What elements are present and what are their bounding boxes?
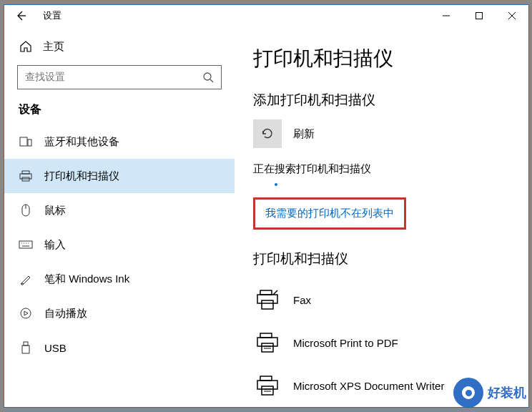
sidebar-item-mouse[interactable]: 鼠标 [4, 193, 235, 227]
svg-rect-8 [22, 171, 29, 174]
sidebar-item-pen[interactable]: 笔和 Windows Ink [4, 262, 235, 296]
printer-icon [19, 169, 33, 183]
svg-rect-31 [260, 376, 272, 381]
sidebar-item-autoplay[interactable]: 自动播放 [4, 296, 235, 330]
printer-item-pdf[interactable]: Microsoft Print to PDF [253, 321, 521, 364]
svg-rect-1 [476, 13, 483, 19]
svg-rect-22 [260, 290, 272, 295]
printer-name: Fax [293, 294, 311, 306]
titlebar: 设置 [4, 5, 528, 26]
refresh-icon [260, 127, 275, 141]
sidebar-item-printers[interactable]: 打印机和扫描仪 [4, 159, 235, 193]
search-placeholder: 查找设置 [25, 71, 65, 84]
back-button[interactable] [11, 6, 30, 25]
minimize-button[interactable] [430, 5, 463, 26]
svg-rect-7 [28, 139, 31, 146]
refresh-label: 刷新 [293, 127, 315, 141]
missing-printer-highlight: 我需要的打印机不在列表中 [253, 197, 406, 230]
printers-section-heading: 打印机和扫描仪 [253, 250, 521, 268]
svg-point-19 [21, 308, 31, 318]
svg-rect-23 [257, 295, 277, 303]
window-controls [430, 5, 528, 26]
progress-dot [275, 183, 277, 186]
sidebar: 主页 查找设置 设备 蓝牙和其他设备 打印机和扫描仪 鼠标 [4, 26, 235, 407]
sidebar-item-label: 打印机和扫描仪 [44, 170, 119, 183]
devices-icon [19, 134, 33, 149]
add-section-heading: 添加打印机和扫描仪 [253, 91, 521, 109]
search-input[interactable]: 查找设置 [17, 65, 222, 89]
window-title: 设置 [43, 9, 61, 22]
printer-name: Microsoft Print to PDF [293, 337, 398, 349]
maximize-button[interactable] [463, 5, 496, 26]
sidebar-item-label: 输入 [44, 238, 66, 252]
sidebar-item-usb[interactable]: USB [4, 330, 235, 365]
svg-rect-33 [262, 386, 273, 395]
arrow-left-icon [15, 10, 26, 21]
refresh-button[interactable] [253, 119, 282, 148]
usb-icon [19, 340, 33, 355]
home-button[interactable]: 主页 [4, 35, 235, 65]
sidebar-item-label: 鼠标 [44, 204, 66, 217]
searching-text: 正在搜索打印机和扫描仪 [253, 162, 521, 176]
sidebar-item-label: USB [44, 342, 66, 354]
search-icon [202, 72, 214, 83]
content-area: 打印机和扫描仪 添加打印机和扫描仪 刷新 正在搜索打印机和扫描仪 我需要的打印机… [235, 26, 528, 407]
pen-icon [19, 272, 33, 286]
svg-rect-13 [19, 241, 32, 248]
sidebar-item-typing[interactable]: 输入 [4, 227, 235, 262]
watermark: 好装机 [453, 378, 526, 408]
sidebar-item-label: 自动播放 [44, 307, 87, 320]
maximize-icon [476, 12, 483, 19]
close-button[interactable] [496, 5, 528, 26]
svg-rect-20 [24, 342, 28, 345]
svg-rect-27 [257, 338, 277, 346]
home-icon [19, 39, 33, 54]
refresh-row: 刷新 [253, 119, 521, 148]
missing-printer-link[interactable]: 我需要的打印机不在列表中 [265, 207, 394, 219]
sidebar-item-label: 笔和 Windows Ink [44, 273, 129, 286]
fax-icon [253, 285, 282, 314]
svg-line-25 [273, 290, 277, 295]
body: 主页 查找设置 设备 蓝牙和其他设备 打印机和扫描仪 鼠标 [4, 26, 528, 407]
minimize-icon [443, 12, 450, 19]
svg-rect-6 [20, 137, 27, 146]
close-icon [508, 12, 516, 19]
svg-rect-9 [20, 174, 31, 179]
keyboard-icon [19, 237, 33, 252]
svg-rect-21 [22, 345, 29, 353]
svg-rect-28 [262, 343, 273, 352]
print-to-pdf-icon [253, 328, 282, 357]
svg-rect-26 [260, 333, 272, 338]
print-to-xps-icon [253, 371, 282, 400]
home-label: 主页 [43, 40, 64, 54]
printer-name: Microsoft XPS Document Writer [293, 380, 444, 392]
settings-window: 设置 主页 查找设置 设备 蓝牙和其他设备 [4, 4, 529, 408]
svg-rect-32 [257, 381, 277, 389]
watermark-logo [453, 378, 483, 408]
sidebar-item-label: 蓝牙和其他设备 [44, 135, 119, 149]
autoplay-icon [19, 306, 33, 320]
printer-item-fax[interactable]: Fax [253, 278, 521, 321]
svg-line-5 [210, 79, 213, 82]
svg-point-4 [204, 73, 211, 80]
watermark-text: 好装机 [488, 384, 526, 401]
svg-rect-24 [262, 300, 273, 309]
mouse-icon [19, 203, 33, 217]
sidebar-item-bluetooth[interactable]: 蓝牙和其他设备 [4, 124, 235, 159]
page-title: 打印机和扫描仪 [253, 45, 521, 72]
category-title: 设备 [4, 102, 235, 124]
